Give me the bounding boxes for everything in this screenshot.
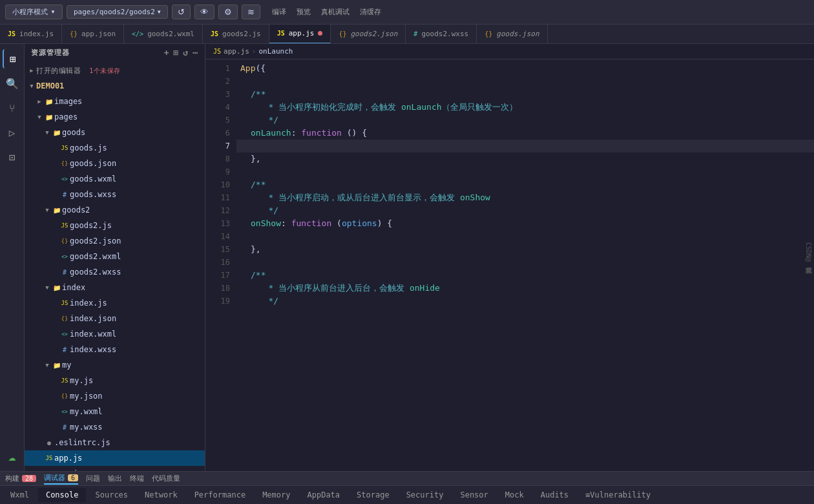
editor-tab-goods2-wxml[interactable]: </>goods2.wxml — [124, 25, 203, 44]
problems-status[interactable]: 问题 — [86, 474, 100, 483]
editor-area: JS app.js › onLaunch 1234567891011121314… — [205, 44, 814, 471]
bottom-tab-network[interactable]: Network — [137, 488, 185, 502]
collapse-all-icon[interactable]: ⋯ — [193, 48, 198, 58]
build-status[interactable]: 构建 28 — [5, 474, 36, 483]
tree-item-goods-js[interactable]: JSgoods.js — [25, 140, 205, 156]
tab-icon: JS — [8, 30, 16, 37]
bottom-tab-vulnerability[interactable]: ≡Vulnerability — [578, 488, 658, 502]
tree-item-app-json[interactable]: {}app.json — [25, 466, 205, 471]
refresh-btn[interactable]: ↺ — [172, 5, 191, 19]
tree-item-goods-json[interactable]: {}goods.json — [25, 156, 205, 171]
tree-file-icon: # — [59, 346, 70, 353]
demo01-root[interactable]: ▼ DEMO01 — [25, 78, 205, 94]
tree-item-goods2-js[interactable]: JSgoods2.js — [25, 218, 205, 233]
editor-tab-goods2-js[interactable]: JSgoods2.js — [203, 25, 269, 44]
clear-cache-btn[interactable]: 清缓存 — [356, 6, 385, 18]
editor-tab-app-json[interactable]: {}app.json — [62, 25, 124, 44]
line-number-17: 17 — [205, 269, 230, 282]
tree-item-goods2-json[interactable]: {}goods2.json — [25, 233, 205, 249]
tree-item-goods2-wxss[interactable]: #goods2.wxss — [25, 264, 205, 280]
bottom-tab-storage[interactable]: Storage — [349, 488, 397, 502]
tree-item-pages[interactable]: ▼📁pages — [25, 109, 205, 125]
tree-item-app-js[interactable]: JSapp.js — [25, 450, 205, 466]
editor-tab-app-js[interactable]: JSapp.js — [269, 25, 331, 44]
editor-tab-goods-json[interactable]: {}goods.json — [477, 25, 547, 44]
tree-arrow[interactable]: ▶ — [35, 98, 44, 105]
tree-arrow[interactable]: ▼ — [43, 362, 52, 368]
preview-btn[interactable]: 预览 — [293, 6, 315, 18]
breadcrumb-function[interactable]: onLaunch — [258, 47, 293, 56]
tree-item-goods-wxml[interactable]: <>goods.wxml — [25, 171, 205, 187]
tree-item-my-json[interactable]: {}my.json — [25, 388, 205, 404]
tree-item-goods-wxss[interactable]: #goods.wxss — [25, 187, 205, 202]
demo01-label: DEMO01 — [36, 81, 205, 90]
bottom-tab-mock[interactable]: Mock — [497, 488, 532, 502]
bottom-tab-memory[interactable]: Memory — [255, 488, 298, 502]
tree-item-my-wxss[interactable]: #my.wxss — [25, 419, 205, 435]
new-folder-icon[interactable]: ⊞ — [174, 48, 180, 58]
tree-item-goods[interactable]: ▼📁goods — [25, 125, 205, 140]
tree-file-icon: JS — [59, 145, 70, 151]
activity-explorer-icon[interactable]: ⊞ — [3, 49, 22, 68]
tree-item-index-wxml[interactable]: <>index.wxml — [25, 326, 205, 342]
path-display[interactable]: pages/qoods2/goods2 — [67, 5, 168, 19]
tree-item-index[interactable]: ▼📁index — [25, 280, 205, 295]
code-editor[interactable]: 12345678910111213141516171819 ▼App({▼/**… — [205, 59, 814, 471]
bottom-tab-console[interactable]: Console — [38, 488, 87, 502]
code-content[interactable]: ▼App({▼/** * 当小程序初始化完成时，会触发 onLaunch（全局只… — [236, 59, 814, 471]
bottom-tab-wxml[interactable]: Wxml — [3, 488, 37, 502]
tree-item-goods2-wxml[interactable]: <>goods2.wxml — [25, 249, 205, 264]
tree-item-images[interactable]: ▶📁images — [25, 94, 205, 109]
code-line-3: ▼/** — [236, 88, 814, 101]
tab-modified-dot — [318, 31, 322, 36]
editor-tab-goods2-wxss[interactable]: #goods2.wxss — [406, 25, 477, 44]
tree-arrow[interactable]: ▼ — [35, 114, 44, 120]
tree-item-index-wxss[interactable]: #index.wxss — [25, 342, 205, 357]
new-file-icon[interactable]: + — [164, 48, 170, 58]
bottom-tab-sources[interactable]: Sources — [87, 488, 136, 502]
real-debug-btn[interactable]: 真机调试 — [317, 6, 353, 18]
line-number-19: 19 — [205, 295, 230, 308]
tree-file-icon: JS — [59, 222, 70, 229]
tree-arrow[interactable]: ▼ — [43, 129, 52, 136]
tree-item-my[interactable]: ▼📁my — [25, 357, 205, 373]
editor-tab-goods2-json[interactable]: {}goods2.json — [331, 25, 406, 44]
mini-program-mode-btn[interactable]: 小程序模式 — [5, 5, 63, 19]
tab-label: index.js — [19, 30, 54, 38]
debug-status[interactable]: 调试器 6 — [44, 473, 78, 485]
breadcrumb-file[interactable]: app.js — [224, 47, 249, 56]
activity-git-icon[interactable]: ⑂ — [3, 98, 22, 118]
top-bar-actions: 编译 预览 真机调试 清缓存 — [268, 6, 385, 18]
tree-item-goods2[interactable]: ▼📁goods2 — [25, 202, 205, 218]
top-bar-left: 小程序模式 pages/qoods2/goods2 ↺ 👁 ⚙ ≋ — [5, 5, 260, 19]
refresh-tree-icon[interactable]: ↺ — [183, 48, 189, 58]
tree-item--eslintrc.js[interactable]: ●.eslintrc.js — [25, 435, 205, 450]
tree-item-my-wxml[interactable]: <>my.wxml — [25, 404, 205, 419]
editor-tab-index-js[interactable]: JSindex.js — [0, 25, 62, 44]
preview-icon-btn[interactable]: 👁 — [194, 5, 214, 19]
tree-label: goods.wxml — [70, 174, 205, 184]
terminal-status[interactable]: 终端 — [130, 474, 144, 483]
debug-icon-btn[interactable]: ⚙ — [218, 5, 238, 19]
bottom-tab-audits[interactable]: Audits — [533, 488, 576, 502]
bottom-tab-appdata[interactable]: AppData — [299, 488, 348, 502]
tree-item-index-js[interactable]: JSindex.js — [25, 295, 205, 311]
line-number-4: 4 — [205, 101, 230, 114]
bottom-tab-security[interactable]: Security — [399, 488, 452, 502]
activity-extensions-icon[interactable]: ⊡ — [3, 147, 22, 167]
tree-arrow[interactable]: ▼ — [43, 207, 52, 213]
activity-search-icon[interactable]: 🔍 — [3, 74, 22, 93]
tree-arrow[interactable]: ▼ — [43, 284, 52, 291]
activity-cloud-icon[interactable]: ☁ — [3, 446, 22, 466]
more-btn[interactable]: ≋ — [242, 5, 260, 19]
tree-item-my-js[interactable]: JSmy.js — [25, 373, 205, 388]
open-editors-section[interactable]: ▶ 打开的编辑器 1个未保存 — [25, 63, 205, 78]
activity-debug-icon[interactable]: ▷ — [3, 123, 22, 142]
code-quality-status[interactable]: 代码质量 — [152, 474, 180, 483]
compile-btn[interactable]: 编译 — [268, 6, 290, 18]
output-status[interactable]: 输出 — [108, 474, 122, 483]
bottom-tab-performance[interactable]: Performance — [187, 488, 253, 502]
tree-file-icon: <> — [59, 409, 70, 415]
tree-item-index-json[interactable]: {}index.json — [25, 311, 205, 326]
bottom-tab-sensor[interactable]: Sensor — [452, 488, 496, 502]
